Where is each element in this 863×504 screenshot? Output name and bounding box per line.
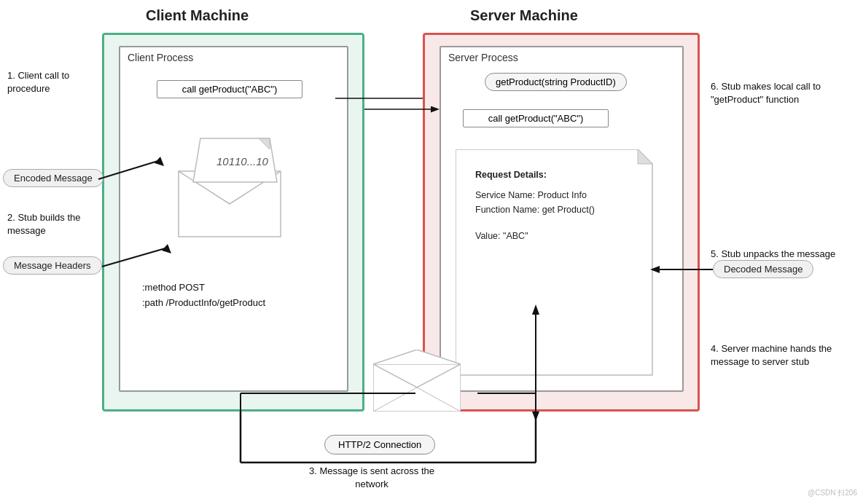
getproduct-pill: getProduct(string ProductID)	[485, 73, 627, 91]
server-process-box: Server Process getProduct(string Product…	[440, 46, 684, 392]
client-call-box: call getProduct("ABC")	[157, 80, 302, 98]
client-process-label: Client Process	[128, 52, 193, 63]
watermark: @CSDN 扫206	[808, 488, 857, 498]
svg-text:10110...10: 10110...10	[216, 155, 269, 168]
client-machine-title: Client Machine	[146, 7, 249, 24]
annotation-1: 1. Client call to procedure	[7, 69, 95, 95]
server-machine-title: Server Machine	[470, 7, 578, 24]
annotation-6: 6. Stub makes local call to "getProduct"…	[711, 80, 846, 106]
annotation-2: 2. Stub builds the message	[7, 211, 95, 237]
request-function: Function Name: get Product()	[475, 202, 633, 217]
server-process-label: Server Process	[448, 52, 518, 63]
client-machine-box: Client Process call getProduct("ABC") 10…	[102, 33, 364, 412]
http2-pill: HTTP/2 Connection	[324, 435, 435, 454]
request-service: Service Name: Product Info	[475, 188, 633, 202]
client-envelope: 10110...10	[164, 127, 295, 244]
decoded-message-label: Decoded Message	[713, 260, 813, 278]
svg-marker-18	[532, 412, 539, 421]
server-machine-box: Server Process getProduct(string Product…	[423, 33, 700, 412]
encoded-message-label: Encoded Message	[3, 169, 104, 187]
annotation-3: 3. Message is sent across the network	[299, 465, 445, 491]
message-headers-label: Message Headers	[3, 256, 102, 275]
client-process-box: Client Process call getProduct("ABC") 10…	[119, 46, 348, 392]
annotation-5: 5. Stub unpacks the message	[711, 248, 842, 261]
request-box: Request Details: Service Name: Product I…	[466, 160, 641, 251]
method-text: :method POST :path /ProductInfo/getProdu…	[142, 280, 265, 311]
diagram: Client Machine Server Machine Client Pro…	[0, 0, 863, 504]
server-call-box: call getProduct("ABC")	[463, 109, 609, 127]
annotation-4: 4. Server machine hands the message to s…	[711, 342, 842, 369]
network-envelope	[373, 350, 461, 412]
request-value: Value: "ABC"	[475, 229, 633, 243]
request-details-title: Request Details:	[475, 168, 633, 182]
